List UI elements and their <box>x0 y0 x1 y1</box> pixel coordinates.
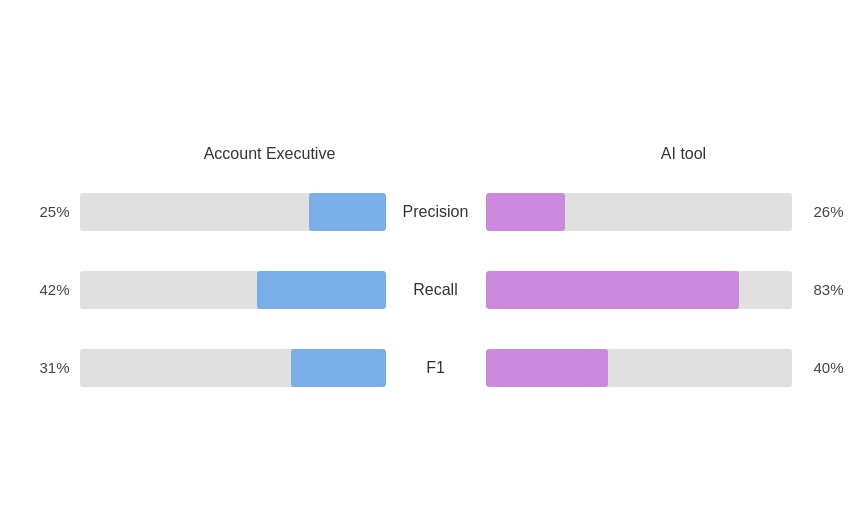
right-bar-f1 <box>486 349 792 387</box>
left-bar-bg-f1 <box>80 349 386 387</box>
right-bar-recall <box>486 271 792 309</box>
left-bar-fill-f1 <box>291 349 386 387</box>
left-bar-bg-recall <box>80 271 386 309</box>
left-value-precision: 25% <box>24 203 70 220</box>
left-bar-f1 <box>80 349 386 387</box>
row-recall: 42% Recall 83% <box>24 271 844 309</box>
right-value-f1: 40% <box>798 359 844 376</box>
left-bar-fill-recall <box>257 271 386 309</box>
right-bar-fill-recall <box>486 271 740 309</box>
metric-label-recall: Recall <box>386 281 486 299</box>
right-bar-bg-recall <box>486 271 792 309</box>
right-bar-fill-precision <box>486 193 566 231</box>
left-bar-recall <box>80 271 386 309</box>
left-bar-bg-precision <box>80 193 386 231</box>
right-bar-bg-f1 <box>486 349 792 387</box>
left-column-header: Account Executive <box>70 145 470 163</box>
right-value-precision: 26% <box>798 203 844 220</box>
right-value-recall: 83% <box>798 281 844 298</box>
row-precision: 25% Precision 26% <box>24 193 844 231</box>
chart-container: Account Executive AI tool 25% Precision … <box>24 145 844 387</box>
left-value-recall: 42% <box>24 281 70 298</box>
metric-label-f1: F1 <box>386 359 486 377</box>
right-bar-fill-f1 <box>486 349 608 387</box>
row-f1: 31% F1 40% <box>24 349 844 387</box>
headers-row: Account Executive AI tool <box>24 145 844 163</box>
right-bar-bg-precision <box>486 193 792 231</box>
left-bar-precision <box>80 193 386 231</box>
right-bar-precision <box>486 193 792 231</box>
metric-label-precision: Precision <box>386 203 486 221</box>
left-value-f1: 31% <box>24 359 70 376</box>
left-bar-fill-precision <box>309 193 386 231</box>
right-column-header: AI tool <box>570 145 798 163</box>
